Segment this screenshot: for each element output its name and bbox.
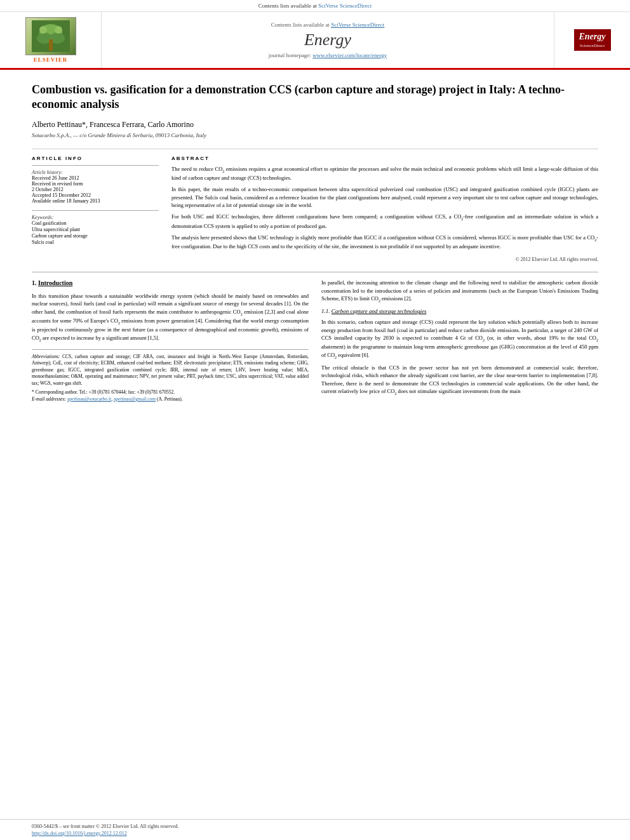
energy-badge: Energy ScienceDirect	[574, 29, 611, 51]
intro-number: 1.	[32, 279, 37, 286]
intro-heading: 1. Introduction	[32, 279, 309, 288]
abstract-p2: In this paper, the main results of a tec…	[171, 185, 598, 209]
copyright: © 2012 Elsevier Ltd. All rights reserved…	[171, 256, 598, 263]
online-date: Available online 18 January 2013	[32, 198, 159, 204]
affiliation: Sotacarbo S.p.A., — c/o Grande Miniera d…	[32, 132, 598, 138]
homepage-url[interactable]: www.elsevier.com/locate/energy	[312, 52, 387, 58]
sciverse-link[interactable]: SciVerse ScienceDirect	[331, 22, 384, 28]
body-section: 1. Introduction In this transition phase…	[32, 279, 598, 406]
article-history: Article history: Received 26 June 2012 R…	[32, 165, 159, 204]
email-link-2[interactable]: apettinau@gmail.com	[114, 396, 156, 402]
footnote-area: Abbreviations: CCS, carbon capture and s…	[32, 349, 309, 407]
subsection-p2: The critical obstacle is that CCS in the…	[321, 364, 598, 396]
keyword-3: Carbon capture and storage	[32, 233, 159, 239]
subsection-heading: 1.1. Carbon capture and storage technolo…	[321, 307, 598, 316]
article-info-title: ARTICLE INFO	[32, 156, 159, 161]
doi-line: http://dx.doi.org/10.1016/j.energy.2012.…	[32, 830, 598, 836]
footnote-email: E-mail addresses: apettinau@sotacarbo.it…	[32, 396, 309, 403]
revised-date: 2 October 2012	[32, 187, 159, 192]
divider-1	[32, 149, 598, 149]
email-link-1[interactable]: apettinau@sotacarbo.it	[67, 396, 111, 402]
keyword-2: Ultra supercritical plant	[32, 227, 159, 232]
elsevier-logo-section: ELSEVIER	[0, 12, 102, 68]
keywords-section: Keywords: Coal gasification Ultra superc…	[32, 210, 159, 245]
sciverse-link[interactable]: SciVerse ScienceDirect	[318, 3, 372, 9]
homepage-label: journal homepage:	[269, 52, 312, 58]
footnote-corresponding: * Corresponding author. Tel.: +39 (0)781…	[32, 389, 309, 396]
authors: Alberto Pettinau*, Francesca Ferrara, Ca…	[32, 120, 598, 130]
received-date: Received 26 June 2012	[32, 175, 159, 181]
intro-p1: In this transition phase towards a susta…	[32, 292, 309, 343]
journal-center: Contents lists available at SciVerse Sci…	[102, 12, 554, 68]
abstract-p3: For both USC and IGCC technologies, thre…	[171, 213, 598, 230]
abstract-p4: The analysis here presented shows that U…	[171, 234, 598, 251]
section-divider	[32, 272, 598, 272]
doi-link[interactable]: http://dx.doi.org/10.1016/j.energy.2012.…	[32, 830, 127, 836]
keyword-4: Sulcis coal	[32, 239, 159, 245]
svg-rect-4	[49, 39, 53, 51]
page-footer: 0360-5442/$ – see front matter © 2012 El…	[0, 819, 630, 840]
article-info: ARTICLE INFO Article history: Received 2…	[32, 156, 159, 263]
abstract-p1: The need to reduce CO2 emissions require…	[171, 165, 598, 182]
keywords-label: Keywords:	[32, 215, 159, 220]
subsection-p1: In this scenario, carbon capture and sto…	[321, 318, 598, 360]
history-label: Article history:	[32, 170, 159, 175]
abstract-title: ABSTRACT	[171, 156, 598, 161]
svg-point-5	[39, 26, 47, 34]
keyword-1: Coal gasification	[32, 220, 159, 226]
subsection-number: 1.1.	[321, 308, 330, 314]
accepted-date: Accepted 15 December 2012	[32, 192, 159, 198]
intro-title: Introduction	[38, 279, 72, 286]
contents-line: Contents lists available at SciVerse Sci…	[271, 22, 385, 28]
elsevier-tree-logo	[25, 17, 76, 55]
journal-name: Energy	[304, 30, 351, 50]
footnote-abbreviations: Abbreviations: CCS, carbon capture and s…	[32, 354, 309, 387]
journal-homepage: journal homepage: www.elsevier.com/locat…	[269, 52, 387, 58]
page: Contents lists available at SciVerse Sci…	[0, 0, 630, 840]
article-content: Combustion vs. gasification for a demons…	[0, 70, 630, 819]
top-bar: Contents lists available at SciVerse Sci…	[0, 0, 630, 12]
article-title: Combustion vs. gasification for a demons…	[32, 83, 598, 112]
right-body-col: In parallel, the increasing attention to…	[321, 279, 598, 406]
journal-logo-right: Energy ScienceDirect	[554, 12, 630, 68]
abstract-text: The need to reduce CO2 emissions require…	[171, 165, 598, 263]
elsevier-wordmark: ELSEVIER	[25, 57, 76, 63]
svg-point-6	[55, 26, 62, 34]
contents-text: Contents lists available at	[271, 22, 330, 28]
issn-line: 0360-5442/$ – see front matter © 2012 El…	[32, 823, 598, 829]
journal-header: ELSEVIER Contents lists available at Sci…	[0, 12, 630, 70]
abstract-section: ABSTRACT The need to reduce CO2 emission…	[171, 156, 598, 263]
authors-text: Alberto Pettinau*, Francesca Ferrara, Ca…	[32, 120, 194, 129]
subsection-title: Carbon capture and storage technologies	[332, 308, 427, 314]
elsevier-logo: ELSEVIER	[25, 17, 76, 63]
revised-label: Received in revised form	[32, 181, 159, 187]
intro-p2: In parallel, the increasing attention to…	[321, 279, 598, 303]
article-meta-section: ARTICLE INFO Article history: Received 2…	[32, 156, 598, 263]
contents-text: Contents lists available at	[258, 3, 318, 9]
left-body-col: 1. Introduction In this transition phase…	[32, 279, 309, 406]
